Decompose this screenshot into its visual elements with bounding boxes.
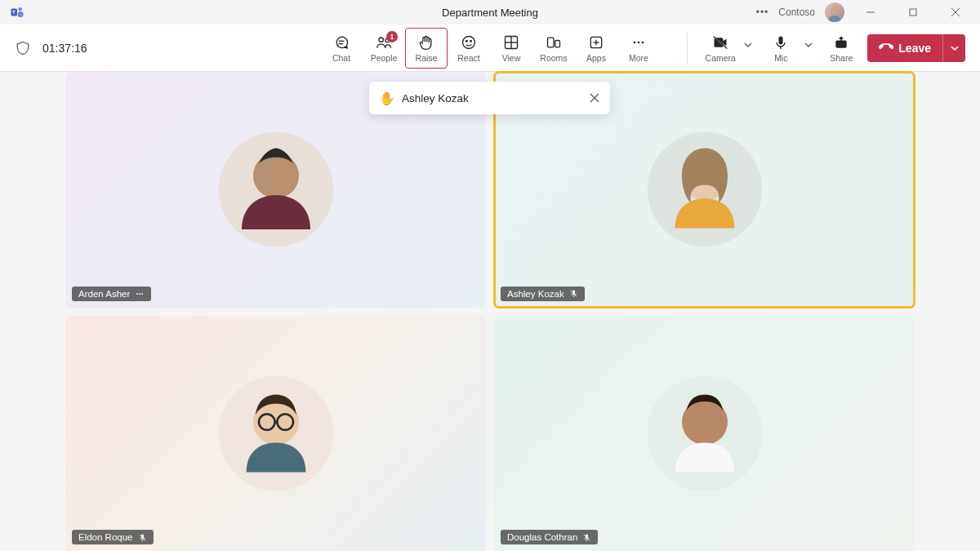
svg-point-35 xyxy=(253,153,299,198)
participant-tile[interactable]: Eldon Roque xyxy=(65,316,486,552)
apps-icon xyxy=(588,33,604,51)
more-icon xyxy=(630,33,647,51)
svg-point-36 xyxy=(136,293,138,295)
leave-chevron-button[interactable] xyxy=(942,34,965,62)
svg-rect-6 xyxy=(910,9,916,16)
svg-point-15 xyxy=(470,40,472,42)
window-close-button[interactable] xyxy=(939,0,972,24)
teams-logo-icon: T xyxy=(10,5,24,20)
participant-nameplate: Eldon Roque xyxy=(72,530,154,544)
participant-nameplate: Arden Asher xyxy=(72,287,151,301)
svg-point-11 xyxy=(379,38,383,42)
raise-hand-button[interactable]: Raise xyxy=(405,28,448,69)
participant-name: Douglas Cothran xyxy=(507,532,577,542)
user-avatar[interactable] xyxy=(825,2,844,22)
participant-name: Eldon Roque xyxy=(78,532,133,542)
svg-rect-20 xyxy=(555,40,560,47)
svg-rect-19 xyxy=(548,38,555,47)
view-button[interactable]: View xyxy=(490,28,532,69)
leave-label: Leave xyxy=(898,42,931,55)
raise-hand-icon xyxy=(418,33,434,51)
svg-point-38 xyxy=(141,293,143,295)
view-label: View xyxy=(502,53,521,63)
camera-button[interactable]: Camera xyxy=(699,28,742,69)
mic-chevron-button[interactable] xyxy=(802,24,815,65)
react-icon xyxy=(461,33,477,51)
svg-point-1 xyxy=(19,7,23,11)
meeting-toolbar: 01:37:16 Chat 1 People Raise React View xyxy=(0,24,980,72)
people-button[interactable]: 1 People xyxy=(363,28,405,69)
apps-button[interactable]: Apps xyxy=(575,28,617,69)
participant-nameplate: Douglas Cothran xyxy=(501,530,598,544)
video-grid: Arden Asher Ashley Kozak Eldon Roque Dou… xyxy=(65,72,915,551)
leave-phone-icon xyxy=(879,39,893,56)
title-bar: T Department Meeting ••• Contoso xyxy=(0,0,980,24)
rooms-icon xyxy=(546,33,562,51)
muted-mic-icon xyxy=(138,533,147,542)
rooms-label: Rooms xyxy=(540,53,567,63)
svg-point-25 xyxy=(638,41,640,43)
people-label: People xyxy=(371,53,398,63)
participant-avatar xyxy=(648,376,762,491)
svg-point-26 xyxy=(642,41,644,43)
leave-button[interactable]: Leave xyxy=(867,34,965,62)
svg-rect-29 xyxy=(779,36,783,44)
react-button[interactable]: React xyxy=(448,28,490,69)
chat-label: Chat xyxy=(332,53,350,63)
more-label: More xyxy=(629,53,648,63)
raise-label: Raise xyxy=(416,53,438,63)
org-name: Contoso xyxy=(778,7,815,18)
svg-point-24 xyxy=(634,41,636,43)
view-icon xyxy=(503,33,519,51)
chat-icon xyxy=(333,33,350,51)
svg-point-14 xyxy=(466,40,468,42)
toolbar-divider xyxy=(687,33,688,64)
svg-point-4 xyxy=(831,6,839,14)
camera-chevron-button[interactable] xyxy=(742,24,755,65)
svg-rect-2 xyxy=(18,11,24,17)
participant-avatar xyxy=(219,376,333,491)
mic-label: Mic xyxy=(774,53,787,63)
raised-hand-toast: ✋ Ashley Kozak xyxy=(369,82,610,114)
muted-mic-icon xyxy=(569,289,578,298)
mic-button[interactable]: Mic xyxy=(760,28,802,69)
more-button[interactable]: More xyxy=(617,28,660,69)
window-maximize-button[interactable] xyxy=(897,0,929,24)
rooms-button[interactable]: Rooms xyxy=(532,28,575,69)
react-label: React xyxy=(457,53,479,63)
participant-tile[interactable]: Douglas Cothran xyxy=(494,316,915,552)
svg-text:T: T xyxy=(12,10,16,15)
participant-name: Arden Asher xyxy=(78,289,130,299)
share-button[interactable]: Share xyxy=(820,28,862,69)
participant-avatar xyxy=(219,132,333,247)
svg-point-13 xyxy=(463,36,475,48)
mic-icon xyxy=(773,33,789,51)
toast-participant-name: Ashley Kozak xyxy=(402,92,582,104)
privacy-shield-icon[interactable] xyxy=(15,40,31,56)
people-badge: 1 xyxy=(386,31,398,42)
window-minimize-button[interactable] xyxy=(854,0,887,24)
participant-more-icon[interactable] xyxy=(135,289,145,299)
svg-point-37 xyxy=(139,293,140,295)
toast-hand-icon: ✋ xyxy=(379,91,395,106)
toast-close-button[interactable] xyxy=(589,92,600,104)
camera-label: Camera xyxy=(706,53,736,63)
call-timer: 01:37:16 xyxy=(42,42,87,55)
share-icon xyxy=(833,33,849,51)
participant-avatar xyxy=(648,132,762,247)
apps-label: Apps xyxy=(586,53,606,63)
chat-button[interactable]: Chat xyxy=(320,28,363,69)
titlebar-more-button[interactable]: ••• xyxy=(756,7,769,18)
participant-name: Ashley Kozak xyxy=(507,289,564,299)
share-label: Share xyxy=(830,53,853,63)
participant-nameplate: Ashley Kozak xyxy=(501,287,585,301)
camera-off-icon xyxy=(711,33,729,51)
muted-mic-icon xyxy=(582,533,591,542)
meeting-title: Department Meeting xyxy=(442,7,538,19)
people-icon: 1 xyxy=(375,33,393,51)
